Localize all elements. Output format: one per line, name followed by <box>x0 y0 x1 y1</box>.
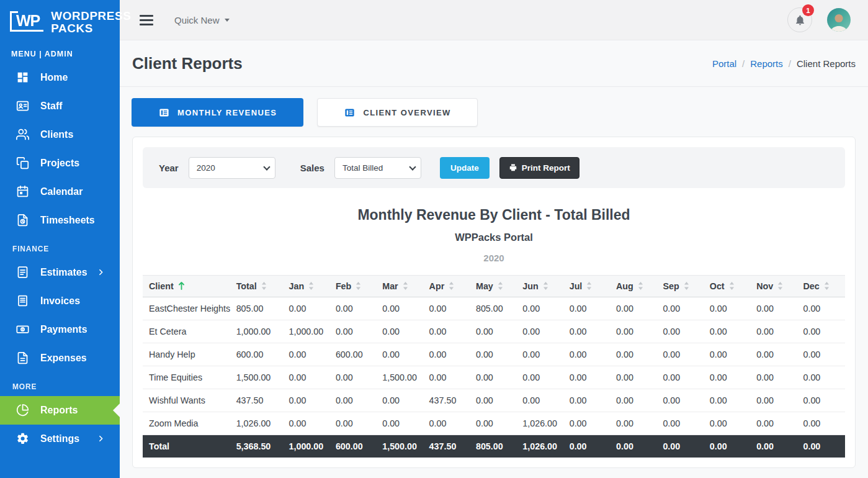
logo-line1: WORDPRESS <box>51 9 131 22</box>
value-cell: 0.00 <box>751 389 798 412</box>
total-value-cell: 805.00 <box>471 435 517 458</box>
sidebar-section-finance: FINANCE <box>0 235 120 258</box>
value-cell: 1,000.00 <box>231 320 284 343</box>
value-cell: 0.00 <box>424 366 471 389</box>
quick-new-dropdown[interactable]: Quick New <box>174 15 230 25</box>
column-header-label: Sep <box>663 281 679 291</box>
column-header-feb[interactable]: Feb <box>331 276 377 297</box>
revenue-table: ClientTotalJanFebMarAprMayJunJulAugSepOc… <box>143 275 845 458</box>
column-header-label: Oct <box>710 281 725 291</box>
column-header-nov[interactable]: Nov <box>751 276 798 297</box>
sidebar-item-label: Staff <box>40 101 63 112</box>
total-value-cell: 0.00 <box>658 435 704 458</box>
avatar[interactable] <box>827 8 851 32</box>
year-select[interactable]: 2020 <box>189 157 275 179</box>
column-header-label: Total <box>236 281 257 291</box>
table-row: Wishful Wants437.500.000.000.00437.500.0… <box>143 389 845 412</box>
value-cell: 0.00 <box>424 297 471 320</box>
column-header-oct[interactable]: Oct <box>705 276 751 297</box>
breadcrumb: Portal/Reports/Client Reports <box>712 58 856 69</box>
column-header-label: Feb <box>336 281 351 291</box>
sidebar-item-home[interactable]: Home <box>0 63 120 92</box>
sales-select[interactable]: Total Billed <box>334 157 421 179</box>
table-icon <box>344 107 356 119</box>
sidebar-item-settings[interactable]: Settings <box>0 425 120 453</box>
sort-icon <box>493 281 503 291</box>
invoice-icon <box>16 294 29 307</box>
column-header-total[interactable]: Total <box>231 276 284 297</box>
avatar-photo <box>827 9 851 32</box>
sales-filter-label: Sales <box>300 163 324 173</box>
sort-icon <box>444 281 454 291</box>
value-cell: 0.00 <box>611 389 658 412</box>
column-header-sep[interactable]: Sep <box>658 276 704 297</box>
hamburger-menu-icon <box>140 15 153 17</box>
sidebar-item-staff[interactable]: Staff <box>0 92 120 120</box>
sidebar-item-reports[interactable]: Reports <box>0 396 120 425</box>
menu-toggle-button[interactable] <box>137 12 156 28</box>
sidebar-item-label: Projects <box>40 158 79 169</box>
value-cell: 0.00 <box>565 389 611 412</box>
column-header-jul[interactable]: Jul <box>565 276 611 297</box>
banknote-icon <box>16 323 29 336</box>
breadcrumb-separator: / <box>742 58 745 69</box>
sidebar-item-label: Estimates <box>40 267 87 278</box>
column-header-dec[interactable]: Dec <box>798 276 845 297</box>
column-header-jun[interactable]: Jun <box>517 276 564 297</box>
dashboard-icon <box>16 71 29 84</box>
sidebar-item-payments[interactable]: Payments <box>0 315 120 344</box>
value-cell: 0.00 <box>611 412 658 435</box>
notifications-button[interactable]: 1 <box>787 7 812 32</box>
report-year-caption: 2020 <box>143 253 845 263</box>
column-header-client[interactable]: Client <box>143 276 231 297</box>
column-header-label: May <box>476 281 493 291</box>
total-value-cell: 437.50 <box>424 435 471 458</box>
column-header-label: Jul <box>570 281 583 291</box>
column-header-jan[interactable]: Jan <box>284 276 331 297</box>
sidebar-item-clients[interactable]: Clients <box>0 120 120 149</box>
value-cell: 0.00 <box>377 297 424 320</box>
sidebar-item-projects[interactable]: Projects <box>0 149 120 178</box>
table-row: Et Cetera1,000.001,000.000.000.000.000.0… <box>143 320 845 343</box>
sidebar-item-calendar[interactable]: Calendar <box>0 178 120 206</box>
breadcrumb-link-reports[interactable]: Reports <box>750 58 783 69</box>
breadcrumb-link-portal[interactable]: Portal <box>712 58 736 69</box>
sidebar-item-label: Clients <box>40 129 73 140</box>
value-cell: 805.00 <box>231 297 284 320</box>
value-cell: 0.00 <box>471 343 517 366</box>
value-cell: 1,500.00 <box>231 366 284 389</box>
sidebar-item-timesheets[interactable]: Timesheets <box>0 206 120 235</box>
sort-icon <box>539 281 548 291</box>
column-header-label: Apr <box>429 281 445 291</box>
breadcrumb-current-client-reports: Client Reports <box>797 58 856 69</box>
value-cell: 0.00 <box>611 320 658 343</box>
sidebar-item-invoices[interactable]: Invoices <box>0 287 120 315</box>
value-cell: 0.00 <box>377 389 424 412</box>
topbar: Quick New 1 <box>120 0 868 40</box>
column-header-mar[interactable]: Mar <box>377 276 424 297</box>
table-row: Time Equities1,500.000.000.001,500.000.0… <box>143 366 845 389</box>
value-cell: 0.00 <box>284 297 331 320</box>
sidebar-item-expenses[interactable]: Expenses <box>0 344 120 372</box>
tab-label: CLIENT OVERVIEW <box>363 108 450 117</box>
value-cell: 0.00 <box>471 412 517 435</box>
value-cell: 0.00 <box>284 343 331 366</box>
update-button[interactable]: Update <box>440 157 490 179</box>
column-header-aug[interactable]: Aug <box>611 276 658 297</box>
tab-monthly-revenues[interactable]: MONTHLY REVENUES <box>132 98 303 127</box>
report-card: Year 2020 Sales Total Billed Update Prin… <box>132 137 856 468</box>
tab-client-overview[interactable]: CLIENT OVERVIEW <box>317 98 477 127</box>
sidebar-item-estimates[interactable]: Estimates <box>0 258 120 287</box>
value-cell: 0.00 <box>798 389 845 412</box>
sidebar-item-label: Settings <box>40 433 79 444</box>
value-cell: 600.00 <box>231 343 284 366</box>
app-logo[interactable]: WP WORDPRESS PACKS <box>0 0 120 41</box>
column-header-apr[interactable]: Apr <box>424 276 471 297</box>
chevron-down-icon <box>225 19 230 22</box>
value-cell: 0.00 <box>705 412 751 435</box>
column-header-may[interactable]: May <box>471 276 517 297</box>
folders-icon <box>16 156 29 169</box>
print-report-button[interactable]: Print Report <box>499 157 579 179</box>
sort-icon <box>304 281 314 291</box>
table-icon <box>158 107 170 119</box>
